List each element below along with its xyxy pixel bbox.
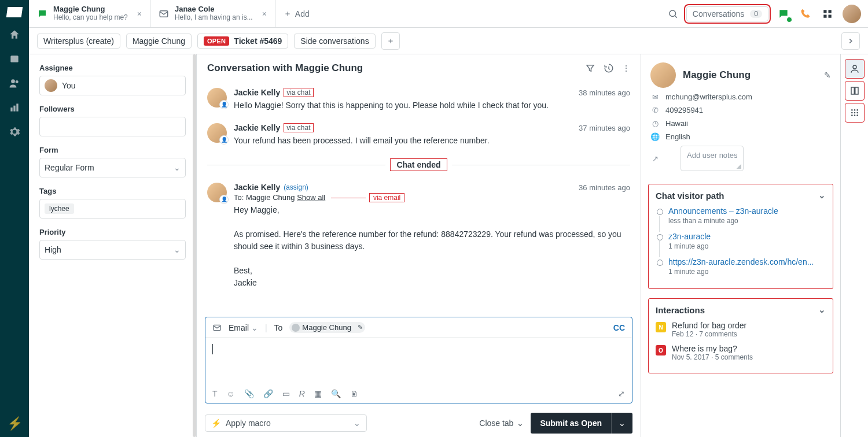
svg-point-14 <box>851 109 853 111</box>
attachment-icon[interactable]: 📎 <box>244 389 254 398</box>
chevron-down-icon[interactable]: ⌄ <box>818 305 826 315</box>
apps-grid-icon[interactable] <box>845 103 865 123</box>
nav-rail: ⚡ <box>0 0 29 437</box>
filter-icon[interactable] <box>585 63 595 73</box>
svg-point-2 <box>16 80 19 83</box>
svg-point-20 <box>851 114 853 116</box>
user-notes-field[interactable]: Add user notes <box>681 146 744 171</box>
customer-card: Maggie Chung ✎ ✉mchung@writersplus.com ✆… <box>641 54 840 179</box>
composer-toolbar: T ☺ 📎 🔗 ▭ R ▦ 🔍 🗎 ⤢ <box>205 384 632 403</box>
avatar: 👤 <box>207 123 227 143</box>
chat-icon[interactable] <box>777 7 790 21</box>
quote-icon[interactable]: ▭ <box>282 389 290 398</box>
phone-icon: ✆ <box>650 106 660 114</box>
svg-point-15 <box>854 109 855 111</box>
chevron-down-icon[interactable]: ⌄ <box>818 190 826 201</box>
cc-button[interactable]: CC <box>613 323 625 332</box>
tab-maggie[interactable]: Maggie Chung Hello, can you help me? × <box>29 0 150 27</box>
ticket-toolbar: Writersplus (create) Maggie Chung OPEN T… <box>29 28 868 54</box>
path-item[interactable]: z3n-auracle1 minute ago <box>656 232 826 250</box>
path-item[interactable]: https://z3n-auracle.zendesk.com/hc/en...… <box>656 257 826 276</box>
svg-point-21 <box>854 114 855 116</box>
expand-composer-icon[interactable]: ⤢ <box>618 389 625 398</box>
file-icon[interactable]: 🗎 <box>350 389 358 398</box>
add-side-conversation-button[interactable]: ＋ <box>381 32 400 50</box>
user-context-icon[interactable] <box>845 59 865 79</box>
reporting-icon[interactable] <box>8 101 21 114</box>
recipient-chip[interactable]: Maggie Chung✎ <box>289 322 365 333</box>
interactions-card: Interactions⌄ N Refund for bag orderFeb … <box>648 298 833 373</box>
edit-icon[interactable]: ✎ <box>824 71 831 80</box>
add-tab-button[interactable]: ＋Add <box>275 0 318 27</box>
admin-icon[interactable] <box>8 125 21 139</box>
conversations-count: 0 <box>750 10 762 18</box>
views-icon[interactable] <box>8 52 21 66</box>
knowledge-icon[interactable] <box>845 81 865 101</box>
search-kb-icon[interactable]: 🔍 <box>331 389 341 398</box>
side-conversations-button[interactable]: Side conversations <box>294 34 375 49</box>
signature-icon[interactable]: R <box>299 389 305 398</box>
search-icon[interactable] <box>668 9 678 19</box>
phone-icon[interactable] <box>799 7 812 21</box>
via-chat-annotation: via chat <box>284 123 313 132</box>
apply-macro-select[interactable]: ⚡Apply macro⌄ <box>205 414 367 432</box>
tags-label: Tags <box>39 187 186 195</box>
close-tab-button[interactable]: Close tab ⌄ <box>479 419 524 428</box>
more-icon[interactable]: ⋮ <box>622 64 630 73</box>
chevron-down-icon: ⌄ <box>174 163 181 172</box>
customer-name: Maggie Chung <box>683 69 817 81</box>
close-icon[interactable]: × <box>262 9 267 18</box>
apps-icon[interactable] <box>821 7 834 21</box>
email-to-line: To: Maggie Chung Show all via email <box>234 193 630 202</box>
form-label: Form <box>39 146 186 154</box>
submit-dropdown[interactable]: ⌄ <box>611 413 632 434</box>
priority-select[interactable]: High⌄ <box>39 240 186 260</box>
close-icon[interactable]: × <box>137 9 142 18</box>
email-body: Hey Maggie, As promised. Here's the refe… <box>234 204 630 289</box>
profile-avatar[interactable] <box>843 5 861 23</box>
history-icon[interactable] <box>604 63 614 73</box>
channel-select[interactable]: Email ⌄ <box>229 323 258 332</box>
followers-label: Followers <box>39 105 186 113</box>
annotation-line <box>331 198 366 198</box>
customers-icon[interactable] <box>8 76 21 90</box>
assignee-field[interactable]: You <box>39 76 186 95</box>
tabs-bar: Maggie Chung Hello, can you help me? × J… <box>29 0 868 28</box>
via-email-annotation: via email <box>369 193 404 202</box>
interaction-item[interactable]: O Where is my bag?Nov 5. 2017 · 5 commen… <box>656 344 826 361</box>
chevron-down-icon: ⌄ <box>251 323 258 332</box>
expand-icon[interactable] <box>841 32 860 50</box>
email-message: 👤 Jackie Kelly (assign)36 minutes ago To… <box>207 177 630 295</box>
interaction-item[interactable]: N Refund for bag orderFeb 12 · 7 comment… <box>656 321 826 338</box>
org-pill[interactable]: Writersplus (create) <box>37 34 120 49</box>
emoji-icon[interactable]: ☺ <box>227 389 235 398</box>
home-icon[interactable] <box>8 28 21 42</box>
conversations-button[interactable]: Conversations 0 <box>686 6 768 21</box>
svg-rect-11 <box>829 14 832 17</box>
text-format-icon[interactable]: T <box>212 389 218 398</box>
person-icon: 👤 <box>219 195 229 204</box>
path-item[interactable]: Announcements – z3n-auracleless than a m… <box>656 206 826 225</box>
conversation-title: Conversation with Maggie Chung <box>207 62 577 74</box>
show-all-link[interactable]: Show all <box>297 193 325 202</box>
edit-icon[interactable]: ✎ <box>358 324 363 331</box>
tags-field[interactable]: lychee <box>39 199 186 218</box>
chat-ended-divider: Chat ended <box>207 158 630 171</box>
followers-field[interactable] <box>39 117 186 136</box>
tag-chip[interactable]: lychee <box>45 203 74 214</box>
svg-point-13 <box>853 65 856 69</box>
form-select[interactable]: Regular Form⌄ <box>39 158 186 177</box>
requester-pill[interactable]: Maggie Chung <box>126 34 192 49</box>
tab-janae[interactable]: Janae Cole Hello, I am having an is... × <box>150 0 275 27</box>
link-icon[interactable]: 🔗 <box>263 389 273 398</box>
tab-subtitle: Hello, I am having an is... <box>175 13 253 21</box>
brand-logo <box>6 7 23 17</box>
chevron-down-icon: ⌄ <box>354 419 361 428</box>
svg-rect-0 <box>10 55 18 62</box>
priority-label: Priority <box>39 228 186 236</box>
submit-button[interactable]: Submit as Open⌄ <box>531 413 632 434</box>
table-icon[interactable]: ▦ <box>314 389 322 398</box>
assign-link[interactable]: (assign) <box>284 183 308 191</box>
ticket-pill[interactable]: OPEN Ticket #5469 <box>197 34 288 49</box>
composer-textarea[interactable] <box>205 338 632 384</box>
